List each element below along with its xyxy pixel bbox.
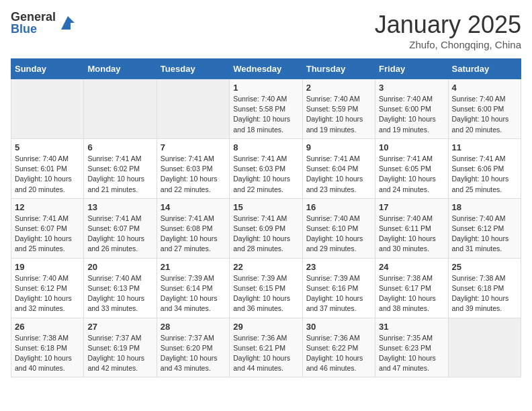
week-row-2: 5Sunrise: 7:40 AM Sunset: 6:01 PM Daylig… — [11, 138, 521, 198]
day-number: 16 — [306, 202, 371, 212]
day-info: Sunrise: 7:40 AM Sunset: 6:12 PM Dayligh… — [452, 214, 509, 253]
day-number: 23 — [306, 262, 371, 272]
day-info: Sunrise: 7:40 AM Sunset: 6:11 PM Dayligh… — [379, 214, 436, 253]
day-number: 3 — [379, 83, 444, 93]
week-row-4: 19Sunrise: 7:40 AM Sunset: 6:12 PM Dayli… — [11, 258, 521, 318]
day-info: Sunrise: 7:41 AM Sunset: 6:08 PM Dayligh… — [161, 214, 218, 253]
weekday-header-row: SundayMondayTuesdayWednesdayThursdayFrid… — [11, 59, 521, 79]
calendar-cell: 23Sunrise: 7:39 AM Sunset: 6:16 PM Dayli… — [302, 258, 375, 318]
day-info: Sunrise: 7:36 AM Sunset: 6:22 PM Dayligh… — [306, 334, 363, 373]
weekday-header-friday: Friday — [375, 59, 448, 79]
day-number: 4 — [452, 83, 517, 93]
location-subtitle: Zhufo, Chongqing, China — [375, 39, 521, 50]
page-header: General Blue January 2025 Zhufo, Chongqi… — [11, 11, 521, 50]
day-info: Sunrise: 7:35 AM Sunset: 6:23 PM Dayligh… — [379, 334, 436, 373]
calendar-cell: 14Sunrise: 7:41 AM Sunset: 6:08 PM Dayli… — [157, 198, 229, 258]
calendar-cell: 7Sunrise: 7:41 AM Sunset: 6:03 PM Daylig… — [157, 138, 229, 198]
calendar-cell: 26Sunrise: 7:38 AM Sunset: 6:18 PM Dayli… — [11, 318, 84, 377]
calendar-cell: 22Sunrise: 7:39 AM Sunset: 6:15 PM Dayli… — [230, 258, 302, 318]
calendar-cell: 1Sunrise: 7:40 AM Sunset: 5:58 PM Daylig… — [230, 79, 302, 139]
calendar-cell: 4Sunrise: 7:40 AM Sunset: 6:00 PM Daylig… — [448, 79, 521, 139]
calendar-cell — [84, 79, 157, 139]
week-row-5: 26Sunrise: 7:38 AM Sunset: 6:18 PM Dayli… — [11, 318, 521, 377]
day-number: 7 — [161, 142, 226, 152]
day-info: Sunrise: 7:37 AM Sunset: 6:19 PM Dayligh… — [87, 334, 144, 373]
calendar-cell: 20Sunrise: 7:40 AM Sunset: 6:13 PM Dayli… — [84, 258, 157, 318]
calendar-cell: 29Sunrise: 7:36 AM Sunset: 6:21 PM Dayli… — [230, 318, 302, 377]
day-number: 5 — [15, 142, 80, 152]
calendar-cell: 30Sunrise: 7:36 AM Sunset: 6:22 PM Dayli… — [302, 318, 375, 377]
calendar-cell: 21Sunrise: 7:39 AM Sunset: 6:14 PM Dayli… — [157, 258, 229, 318]
day-number: 31 — [379, 322, 444, 332]
day-number: 19 — [15, 262, 80, 272]
logo-general-text: General — [11, 11, 56, 23]
calendar-cell: 19Sunrise: 7:40 AM Sunset: 6:12 PM Dayli… — [11, 258, 84, 318]
day-number: 25 — [452, 262, 517, 272]
weekday-header-saturday: Saturday — [448, 59, 521, 79]
day-number: 30 — [306, 322, 371, 332]
day-info: Sunrise: 7:41 AM Sunset: 6:07 PM Dayligh… — [15, 214, 72, 253]
day-number: 10 — [379, 142, 444, 152]
day-number: 13 — [87, 202, 152, 212]
calendar-cell: 12Sunrise: 7:41 AM Sunset: 6:07 PM Dayli… — [11, 198, 84, 258]
calendar-cell: 24Sunrise: 7:38 AM Sunset: 6:17 PM Dayli… — [375, 258, 448, 318]
day-info: Sunrise: 7:40 AM Sunset: 6:00 PM Dayligh… — [379, 95, 436, 134]
calendar-cell: 10Sunrise: 7:41 AM Sunset: 6:05 PM Dayli… — [375, 138, 448, 198]
title-block: January 2025 Zhufo, Chongqing, China — [375, 11, 521, 50]
calendar-cell: 11Sunrise: 7:41 AM Sunset: 6:06 PM Dayli… — [448, 138, 521, 198]
calendar-cell: 9Sunrise: 7:41 AM Sunset: 6:04 PM Daylig… — [302, 138, 375, 198]
day-number: 12 — [15, 202, 80, 212]
day-info: Sunrise: 7:41 AM Sunset: 6:03 PM Dayligh… — [161, 154, 218, 193]
calendar-cell: 16Sunrise: 7:40 AM Sunset: 6:10 PM Dayli… — [302, 198, 375, 258]
calendar-cell: 13Sunrise: 7:41 AM Sunset: 6:07 PM Dayli… — [84, 198, 157, 258]
calendar-cell: 28Sunrise: 7:37 AM Sunset: 6:20 PM Dayli… — [157, 318, 229, 377]
calendar-cell: 27Sunrise: 7:37 AM Sunset: 6:19 PM Dayli… — [84, 318, 157, 377]
day-number: 26 — [15, 322, 80, 332]
day-info: Sunrise: 7:41 AM Sunset: 6:04 PM Dayligh… — [306, 154, 363, 193]
day-number: 11 — [452, 142, 517, 152]
day-info: Sunrise: 7:40 AM Sunset: 5:58 PM Dayligh… — [233, 95, 290, 134]
day-info: Sunrise: 7:41 AM Sunset: 6:03 PM Dayligh… — [233, 154, 290, 193]
day-info: Sunrise: 7:38 AM Sunset: 6:18 PM Dayligh… — [452, 274, 509, 313]
day-number: 2 — [306, 83, 371, 93]
calendar-cell: 31Sunrise: 7:35 AM Sunset: 6:23 PM Dayli… — [375, 318, 448, 377]
weekday-header-wednesday: Wednesday — [230, 59, 302, 79]
calendar-cell: 2Sunrise: 7:40 AM Sunset: 5:59 PM Daylig… — [302, 79, 375, 139]
day-info: Sunrise: 7:39 AM Sunset: 6:15 PM Dayligh… — [233, 274, 290, 313]
day-number: 20 — [87, 262, 152, 272]
week-row-3: 12Sunrise: 7:41 AM Sunset: 6:07 PM Dayli… — [11, 198, 521, 258]
day-info: Sunrise: 7:40 AM Sunset: 6:13 PM Dayligh… — [87, 274, 144, 313]
calendar-cell: 18Sunrise: 7:40 AM Sunset: 6:12 PM Dayli… — [448, 198, 521, 258]
day-info: Sunrise: 7:41 AM Sunset: 6:06 PM Dayligh… — [452, 154, 509, 193]
calendar-cell — [157, 79, 229, 139]
calendar-table: SundayMondayTuesdayWednesdayThursdayFrid… — [11, 58, 521, 377]
day-info: Sunrise: 7:40 AM Sunset: 6:12 PM Dayligh… — [15, 274, 72, 313]
weekday-header-tuesday: Tuesday — [157, 59, 229, 79]
calendar-cell: 15Sunrise: 7:41 AM Sunset: 6:09 PM Dayli… — [230, 198, 302, 258]
day-info: Sunrise: 7:41 AM Sunset: 6:02 PM Dayligh… — [87, 154, 144, 193]
day-info: Sunrise: 7:41 AM Sunset: 6:09 PM Dayligh… — [233, 214, 290, 253]
weekday-header-monday: Monday — [84, 59, 157, 79]
day-number: 27 — [87, 322, 152, 332]
day-info: Sunrise: 7:37 AM Sunset: 6:20 PM Dayligh… — [161, 334, 218, 373]
calendar-cell: 6Sunrise: 7:41 AM Sunset: 6:02 PM Daylig… — [84, 138, 157, 198]
calendar-cell: 3Sunrise: 7:40 AM Sunset: 6:00 PM Daylig… — [375, 79, 448, 139]
calendar-cell: 8Sunrise: 7:41 AM Sunset: 6:03 PM Daylig… — [230, 138, 302, 198]
calendar-cell: 17Sunrise: 7:40 AM Sunset: 6:11 PM Dayli… — [375, 198, 448, 258]
logo-blue-text: Blue — [11, 23, 56, 35]
logo: General Blue — [11, 11, 77, 35]
day-info: Sunrise: 7:39 AM Sunset: 6:14 PM Dayligh… — [161, 274, 218, 313]
day-number: 6 — [87, 142, 152, 152]
day-info: Sunrise: 7:38 AM Sunset: 6:18 PM Dayligh… — [15, 334, 72, 373]
calendar-cell: 25Sunrise: 7:38 AM Sunset: 6:18 PM Dayli… — [448, 258, 521, 318]
day-info: Sunrise: 7:40 AM Sunset: 6:00 PM Dayligh… — [452, 95, 509, 134]
day-number: 28 — [161, 322, 226, 332]
day-number: 29 — [233, 322, 298, 332]
day-info: Sunrise: 7:40 AM Sunset: 5:59 PM Dayligh… — [306, 95, 363, 134]
day-number: 14 — [161, 202, 226, 212]
day-info: Sunrise: 7:40 AM Sunset: 6:10 PM Dayligh… — [306, 214, 363, 253]
day-number: 22 — [233, 262, 298, 272]
day-number: 8 — [233, 142, 298, 152]
day-number: 24 — [379, 262, 444, 272]
day-number: 18 — [452, 202, 517, 212]
